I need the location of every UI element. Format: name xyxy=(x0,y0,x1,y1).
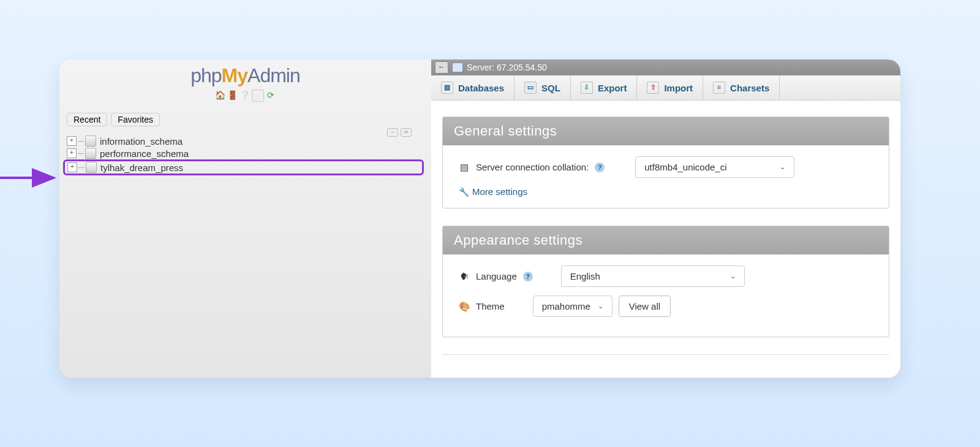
more-label: More settings xyxy=(472,186,527,197)
tree-connector xyxy=(78,141,84,142)
wrench-icon: 🔧 xyxy=(459,187,469,197)
language-row: 🗣 Language ? English ⌄ xyxy=(459,266,873,287)
nav-label: Databases xyxy=(458,83,504,93)
import-icon: ⇧ xyxy=(647,82,659,94)
tab-charsets[interactable]: ≡Charsets xyxy=(703,75,780,100)
list-icon: ▤ xyxy=(459,162,470,173)
help-icon[interactable]: ? xyxy=(595,162,605,172)
tab-databases[interactable]: ▥Databases xyxy=(431,75,514,100)
nav-label: Import xyxy=(664,83,693,93)
help-icon[interactable]: ❔ xyxy=(239,90,251,101)
db-item-performance-schema[interactable]: + performance_schema xyxy=(67,147,424,159)
db-item-information-schema[interactable]: + information_schema xyxy=(67,135,424,147)
database-icon xyxy=(85,148,96,159)
tab-sql[interactable]: ▭SQL xyxy=(514,75,571,100)
tab-import[interactable]: ⇧Import xyxy=(637,75,703,100)
annotation-arrow xyxy=(0,172,58,184)
nav-label: SQL xyxy=(541,83,560,93)
app-window: phpMyAdmin 🏠 🚪 ❔ ⟳ Recent Favorites – ∞ … xyxy=(59,59,900,378)
tab-export[interactable]: ⇩Export xyxy=(571,75,638,100)
database-icon xyxy=(86,162,97,173)
sidebar-tabs: Recent Favorites xyxy=(67,113,160,126)
nav-label: Charsets xyxy=(730,83,769,93)
language-select[interactable]: English ⌄ xyxy=(561,266,745,287)
logo-my: My xyxy=(222,64,247,86)
database-icon xyxy=(85,136,96,147)
language-label: Language xyxy=(476,271,517,281)
language-icon: 🗣 xyxy=(459,271,470,282)
topbar: ← Server: 67.205.54.50 xyxy=(431,59,900,75)
link-icon[interactable]: ∞ xyxy=(401,128,412,137)
db-label: information_schema xyxy=(100,136,183,147)
content-area: General settings ▤ Server connection col… xyxy=(431,101,900,371)
expand-icon[interactable]: + xyxy=(67,136,77,146)
view-all-button[interactable]: View all xyxy=(619,296,671,317)
main-panel: ← Server: 67.205.54.50 ▥Databases ▭SQL ⇩… xyxy=(431,59,900,378)
expand-icon[interactable]: + xyxy=(67,148,77,158)
server-address: 67.205.54.50 xyxy=(497,63,547,72)
general-settings-panel: General settings ▤ Server connection col… xyxy=(442,117,889,208)
theme-icon: 🎨 xyxy=(459,301,470,312)
collation-value: utf8mb4_unicode_ci xyxy=(644,162,726,172)
db-label: tylhak_dream_press xyxy=(100,162,183,173)
collation-row: ▤ Server connection collation: ? utf8mb4… xyxy=(459,156,873,178)
sql-icon: ▭ xyxy=(524,82,537,94)
collation-select[interactable]: utf8mb4_unicode_ci ⌄ xyxy=(635,156,794,178)
db-item-tylhak-dream-press[interactable]: + tylhak_dream_press xyxy=(63,159,424,175)
server-icon xyxy=(452,63,463,72)
collation-label: Server connection collation: xyxy=(476,162,589,172)
home-icon[interactable]: 🏠 xyxy=(215,90,226,101)
chevron-down-icon: ⌄ xyxy=(780,163,785,171)
tab-favorites[interactable]: Favorites xyxy=(111,113,160,126)
chevron-down-icon: ⌄ xyxy=(730,272,736,280)
panel-title: General settings xyxy=(443,117,889,145)
language-value: English xyxy=(570,271,600,281)
theme-value: pmahomme xyxy=(542,301,590,311)
export-icon: ⇩ xyxy=(581,82,593,94)
chevron-down-icon: ⌄ xyxy=(598,302,603,310)
logo-php: php xyxy=(190,64,221,86)
collapse-all-icon[interactable]: – xyxy=(387,128,398,137)
refresh-icon[interactable]: ⟳ xyxy=(265,90,276,101)
charsets-icon: ≡ xyxy=(713,82,725,94)
divider xyxy=(442,354,889,355)
panel-title: Appearance settings xyxy=(443,226,889,254)
exit-icon[interactable]: 🚪 xyxy=(227,90,238,101)
sidebar: phpMyAdmin 🏠 🚪 ❔ ⟳ Recent Favorites – ∞ … xyxy=(59,59,431,378)
sql-icon[interactable] xyxy=(252,90,264,102)
db-label: performance_schema xyxy=(100,148,189,159)
nav-tabs: ▥Databases ▭SQL ⇩Export ⇧Import ≡Charset… xyxy=(431,75,900,101)
more-settings-link[interactable]: 🔧 More settings xyxy=(459,186,873,197)
tree-controls: – ∞ xyxy=(387,128,412,137)
nav-label: Export xyxy=(598,83,627,93)
server-label: Server: xyxy=(467,63,494,72)
sidebar-toolbar: 🏠 🚪 ❔ ⟳ xyxy=(215,90,276,102)
logo: phpMyAdmin xyxy=(190,64,300,87)
theme-label: Theme xyxy=(476,301,505,311)
tree-connector xyxy=(78,167,85,168)
tab-recent[interactable]: Recent xyxy=(67,113,107,126)
tree-connector xyxy=(78,153,84,154)
database-tree: + information_schema + performance_schem… xyxy=(67,135,424,175)
appearance-settings-panel: Appearance settings 🗣 Language ? English… xyxy=(442,226,889,337)
theme-select[interactable]: pmahomme ⌄ xyxy=(533,296,612,317)
logo-admin: Admin xyxy=(247,64,300,86)
theme-row: 🎨 Theme pmahomme ⌄ View all xyxy=(459,296,873,317)
help-icon[interactable]: ? xyxy=(523,272,533,281)
expand-icon[interactable]: + xyxy=(67,162,77,172)
databases-icon: ▥ xyxy=(441,82,453,94)
back-button[interactable]: ← xyxy=(435,61,448,74)
